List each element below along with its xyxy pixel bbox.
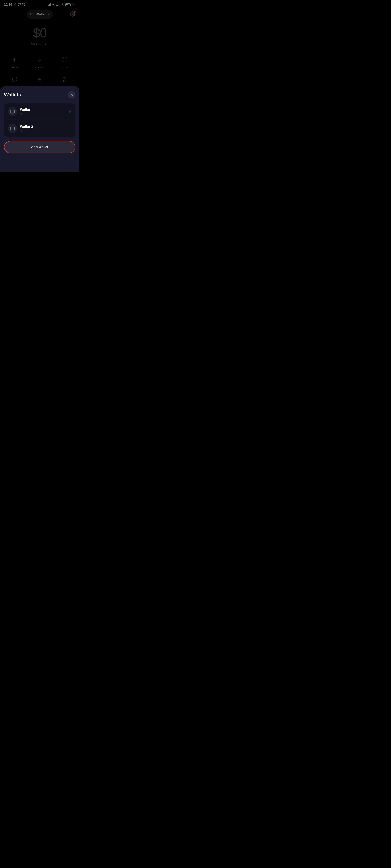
message-icon (18, 3, 21, 6)
balance-amount: $0 (4, 26, 75, 40)
add-wallet-button[interactable]: Add wallet (4, 141, 75, 153)
status-bar: 11:16 (0, 0, 79, 8)
network-label: 4G (52, 3, 55, 6)
svg-line-0 (14, 3, 17, 6)
scan-icon (60, 55, 69, 64)
wallet-2-name: Wallet 2 (20, 125, 72, 129)
signal-bars (48, 3, 51, 6)
wallet-1-checkmark: ✓ (68, 110, 72, 114)
wallet-2-info: Wallet 2 $0 (20, 125, 72, 133)
wallet-selector-label: Wallet (36, 12, 46, 17)
swap-icon (10, 75, 19, 84)
header: Wallet ▾ (0, 8, 79, 22)
status-right: 4G 62 (48, 3, 75, 6)
svg-rect-2 (31, 13, 34, 15)
stake-icon (60, 75, 69, 84)
close-icon: ✕ (71, 93, 73, 97)
status-gear-icon (22, 3, 25, 6)
receive-icon (35, 55, 44, 64)
scan-label: Scan (62, 66, 68, 69)
wallet-selector-wallet-icon (30, 12, 34, 17)
send-icon (10, 55, 19, 64)
receive-button[interactable]: Receive (27, 52, 52, 72)
svg-rect-13 (10, 110, 15, 113)
signal-bars-2 (56, 3, 59, 6)
sheet-title: Wallets (4, 92, 21, 98)
svg-rect-15 (10, 127, 15, 130)
send-button[interactable]: Send (2, 52, 27, 72)
wallets-bottom-sheet: Wallets ✕ Wallet $0 ✓ (0, 86, 79, 172)
wallet-list-item-1[interactable]: Wallet $0 ✓ (4, 103, 75, 120)
svg-point-4 (72, 13, 74, 15)
wifi-icon (60, 3, 64, 6)
bottom-sheet-content: Wallets ✕ Wallet $0 ✓ (0, 86, 79, 172)
buy-sell-icon (35, 75, 44, 84)
wallet-1-icon (8, 107, 17, 116)
scan-button[interactable]: Scan (52, 52, 77, 72)
wallet-2-balance: $0 (20, 129, 72, 133)
notification-icon (13, 3, 17, 6)
balance-section: $0 UQBi...TFZF (0, 22, 79, 47)
battery-icon (65, 3, 72, 6)
status-left: 11:16 (4, 3, 25, 6)
add-wallet-container: Add wallet (4, 141, 75, 155)
status-icons (13, 3, 25, 6)
status-time: 11:16 (4, 3, 12, 6)
settings-button-container (70, 11, 75, 18)
wallet-2-icon (8, 124, 17, 133)
wallet-address: UQBi...TFZF (4, 42, 75, 45)
close-sheet-button[interactable]: ✕ (68, 91, 75, 98)
wallet-1-balance: $0 (20, 113, 66, 116)
wallet-selector[interactable]: Wallet ▾ (27, 10, 53, 19)
settings-notification-dot (74, 11, 76, 13)
sheet-header: Wallets ✕ (4, 91, 75, 98)
send-label: Send (11, 66, 18, 69)
wallet-list-item-2[interactable]: Wallet 2 $0 (4, 120, 75, 137)
chevron-down-icon: ▾ (48, 13, 49, 16)
battery-percent: 62 (73, 3, 75, 6)
wallet-list: Wallet $0 ✓ Wallet 2 $0 (4, 103, 75, 137)
settings-button[interactable] (70, 11, 75, 18)
wallet-1-info: Wallet $0 (20, 108, 66, 116)
svg-point-1 (23, 4, 24, 5)
receive-label: Receive (35, 66, 45, 69)
wallet-1-name: Wallet (20, 108, 66, 112)
